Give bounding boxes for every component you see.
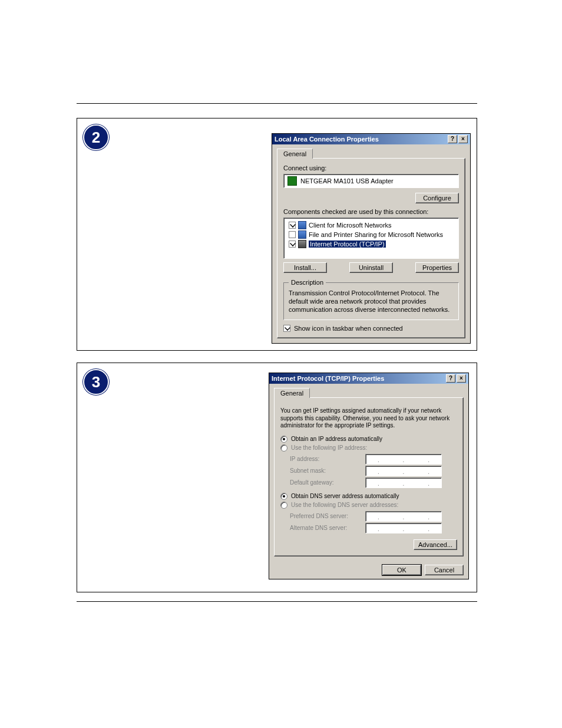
description-legend: Description — [289, 279, 326, 286]
subnet-mask-input: ... — [365, 466, 442, 476]
local-area-connection-properties-window: Local Area Connection Properties ? × Gen… — [272, 133, 471, 344]
adapter-field: NETGEAR MA101 USB Adapter — [283, 174, 459, 188]
component-item[interactable]: Internet Protocol (TCP/IP) — [287, 239, 455, 249]
close-button[interactable]: × — [457, 374, 466, 383]
install-button[interactable]: Install... — [283, 262, 327, 273]
tcpip-icon — [298, 240, 306, 248]
step-3-panel: 3 Internet Protocol (TCP/IP) Properties … — [77, 363, 477, 592]
ok-button[interactable]: OK — [382, 565, 421, 575]
radio-dns-auto-label: Obtain DNS server address automatically — [291, 493, 399, 499]
nic-icon — [287, 176, 297, 186]
description-group: Description Transmission Control Protoco… — [283, 279, 459, 320]
advanced-button[interactable]: Advanced... — [414, 539, 457, 550]
alternate-dns-label: Alternate DNS server: — [290, 525, 361, 531]
close-button[interactable]: × — [458, 135, 468, 143]
help-button[interactable]: ? — [448, 135, 457, 143]
component-item[interactable]: Client for Microsoft Networks — [287, 220, 455, 230]
help-button[interactable]: ? — [446, 374, 455, 383]
component-item[interactable]: File and Printer Sharing for Microsoft N… — [287, 230, 455, 239]
components-label: Components checked are used by this conn… — [283, 208, 459, 215]
window-title: Local Area Connection Properties — [275, 136, 379, 143]
component-label: Client for Microsoft Networks — [309, 222, 392, 229]
preferred-dns-label: Preferred DNS server: — [290, 513, 361, 519]
cancel-button[interactable]: Cancel — [425, 565, 464, 575]
radio-ip-manual-label: Use the following IP address: — [291, 444, 367, 451]
show-icon-checkbox[interactable] — [283, 325, 290, 332]
radio-ip-manual[interactable] — [280, 444, 287, 452]
connect-using-label: Connect using: — [283, 164, 459, 172]
checkbox-icon[interactable] — [289, 241, 296, 248]
checkbox-icon[interactable] — [289, 231, 296, 238]
component-label: Internet Protocol (TCP/IP) — [309, 241, 386, 248]
uninstall-button[interactable]: Uninstall — [349, 262, 393, 273]
title-bar[interactable]: Internet Protocol (TCP/IP) Properties ? … — [269, 373, 468, 384]
radio-ip-auto-label: Obtain an IP address automatically — [291, 436, 382, 442]
tab-general[interactable]: General — [274, 388, 310, 398]
description-text: Transmission Control Protocol/Internet P… — [289, 289, 454, 314]
step-badge-2: 2 — [83, 124, 109, 150]
default-gateway-input: ... — [365, 477, 442, 488]
preferred-dns-input: ... — [365, 511, 442, 522]
subnet-mask-label: Subnet mask: — [290, 467, 361, 474]
divider-top — [77, 103, 477, 104]
client-icon — [298, 221, 306, 229]
title-bar[interactable]: Local Area Connection Properties ? × — [272, 134, 470, 144]
tcpip-properties-window: Internet Protocol (TCP/IP) Properties ? … — [269, 373, 469, 579]
properties-button[interactable]: Properties — [415, 262, 459, 273]
adapter-name: NETGEAR MA101 USB Adapter — [300, 177, 394, 185]
radio-dns-auto[interactable] — [280, 493, 287, 500]
step-2-panel: 2 Local Area Connection Properties ? × G… — [77, 118, 477, 351]
components-list[interactable]: Client for Microsoft Networks File and P… — [283, 218, 459, 259]
intro-text: You can get IP settings assigned automat… — [280, 407, 457, 430]
checkbox-icon[interactable] — [289, 222, 296, 229]
configure-button[interactable]: Configure — [415, 193, 459, 203]
tab-general[interactable]: General — [277, 149, 313, 159]
radio-dns-manual-label: Use the following DNS server addresses: — [291, 502, 398, 508]
window-title: Internet Protocol (TCP/IP) Properties — [272, 375, 384, 382]
ip-address-input: ... — [365, 454, 442, 465]
default-gateway-label: Default gateway: — [290, 479, 361, 486]
show-icon-label: Show icon in taskbar when connected — [294, 325, 403, 332]
ip-address-label: IP address: — [290, 456, 361, 462]
sharing-icon — [298, 230, 306, 239]
component-label: File and Printer Sharing for Microsoft N… — [309, 231, 443, 238]
radio-dns-manual[interactable] — [280, 502, 287, 509]
step-badge-3: 3 — [83, 369, 109, 395]
radio-ip-auto[interactable] — [280, 436, 287, 443]
alternate-dns-input: ... — [365, 523, 442, 533]
divider-bottom — [77, 601, 477, 602]
